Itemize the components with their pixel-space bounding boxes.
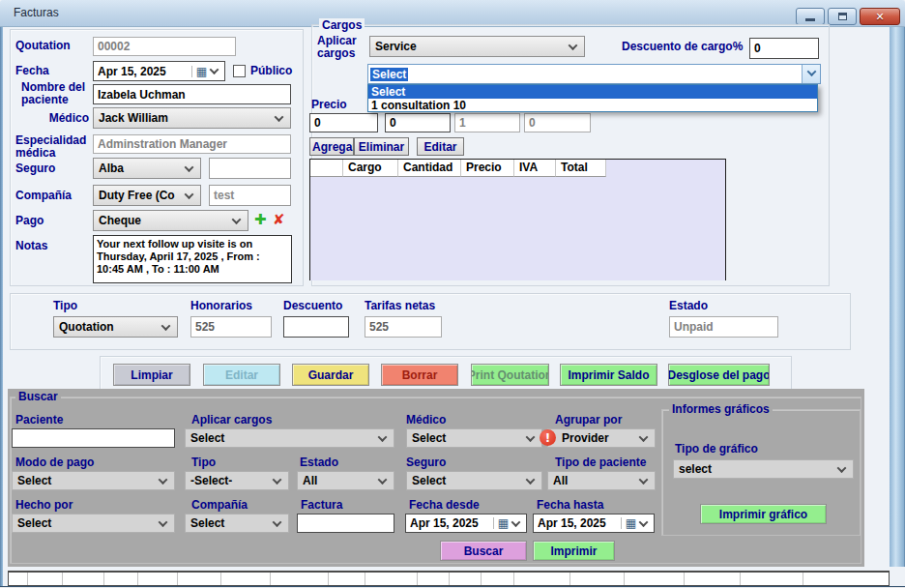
dropdown-option-consultation[interactable]: 1 consultation 10 [368, 99, 817, 112]
precio-field-1[interactable]: 0 [309, 113, 378, 132]
guardar-button[interactable]: Guardar [292, 364, 369, 386]
grid-header-cell[interactable]: Total [556, 160, 606, 177]
seguro-label: Seguro [15, 162, 55, 175]
results-grid-cell [329, 573, 365, 585]
pago-label: Pago [15, 214, 44, 227]
close-button[interactable]: ✕ [860, 8, 900, 25]
results-grid-cell [450, 573, 482, 585]
search-estado-label: Estado [300, 456, 338, 469]
compania-extra-field[interactable]: test [209, 185, 291, 206]
grid-header-cell[interactable]: Cantidad [398, 160, 461, 177]
fecha-datepicker[interactable]: Apr 15, 2025 ▦ [93, 61, 225, 81]
dropdown-option-select[interactable]: Select [368, 85, 817, 99]
grid-header-cell[interactable]: IVA [514, 160, 556, 177]
search-medico-dropdown[interactable]: Select [406, 428, 542, 448]
tipo-paciente-dropdown[interactable]: All [547, 471, 656, 490]
editar-action-button[interactable]: Editar [203, 364, 280, 386]
chevron-down-icon [639, 517, 649, 527]
buscar-button[interactable]: Buscar [440, 541, 527, 561]
chevron-down-icon [378, 432, 388, 442]
compania-dropdown[interactable]: Duty Free (Co [93, 185, 201, 206]
tipo-paciente-label: Tipo de paciente [555, 456, 646, 469]
imprimir-grafico-button[interactable]: Imprimir gráfico [700, 504, 827, 524]
tipo-grafico-label: Tipo de gráfico [675, 442, 758, 456]
notas-field[interactable]: Your next follow up visite is on Thursda… [93, 235, 292, 283]
eliminar-button[interactable]: Eliminar [354, 137, 409, 156]
limpiar-button[interactable]: Limpiar [113, 364, 190, 386]
desglose-pago-button[interactable]: Desglose del pago [668, 364, 770, 386]
qoutation-field: 00002 [93, 37, 236, 56]
search-estado-value: All [303, 474, 317, 487]
descuento-cargo-field[interactable]: 0 [749, 38, 819, 59]
search-compania-dropdown[interactable]: Select [185, 514, 289, 533]
chevron-down-icon [159, 517, 168, 527]
service-dropdown[interactable]: Service [369, 36, 585, 57]
agrupar-por-dropdown[interactable]: Provider [547, 428, 656, 448]
hecho-por-value: Select [17, 516, 51, 530]
tipo-grafico-dropdown[interactable]: select [673, 459, 854, 479]
results-grid-header[interactable] [8, 571, 890, 586]
window-titlebar[interactable]: Facturas [0, 0, 905, 27]
paciente-input[interactable] [12, 428, 175, 448]
results-grid-cell [271, 573, 329, 585]
search-estado-dropdown[interactable]: All [297, 471, 394, 490]
chevron-down-icon [837, 463, 847, 473]
patient-name-label: Nombre del paciente [21, 81, 93, 106]
notas-label: Notas [15, 239, 47, 252]
add-payment-icon[interactable]: ✚ [254, 212, 267, 227]
precio-label: Precio [311, 98, 347, 111]
tipo-dropdown[interactable]: Quotation [53, 316, 178, 338]
modo-pago-dropdown[interactable]: Select [12, 471, 175, 490]
imprimir-saldo-button[interactable]: Imprimir Saldo [560, 364, 657, 386]
chevron-down-icon [185, 190, 194, 199]
publico-checkbox[interactable] [233, 65, 246, 77]
calendar-icon: ▦ [493, 517, 509, 529]
precio-field-2[interactable]: 0 [385, 113, 451, 132]
cargo-combobox[interactable]: Select [367, 64, 821, 84]
hecho-por-dropdown[interactable]: Select [12, 514, 175, 533]
imprimir-button[interactable]: Imprimir [533, 541, 615, 561]
cargo-combobox-arrow[interactable] [802, 65, 820, 83]
cargos-grid-header: Cargo Cantidad Precio IVA Total [310, 160, 725, 177]
pago-dropdown[interactable]: Cheque [93, 210, 248, 231]
descuento-field[interactable] [283, 316, 349, 338]
fecha-desde-label: Fecha desde [409, 498, 480, 512]
search-compania-value: Select [190, 516, 224, 530]
qoutation-label: Qoutation [15, 39, 71, 52]
search-seguro-dropdown[interactable]: Select [406, 471, 542, 490]
seguro-dropdown[interactable]: Alba [93, 158, 201, 179]
medico-dropdown[interactable]: Jack William [93, 107, 291, 129]
chevron-down-icon [185, 162, 194, 172]
cargo-dropdown-list: Select 1 consultation 10 [367, 84, 818, 112]
maximize-icon [838, 13, 847, 20]
grid-header-cell[interactable]: Cargo [343, 160, 398, 177]
fecha-desde-datepicker[interactable]: Apr 15, 2025 ▦ [405, 514, 527, 533]
chevron-down-icon [526, 432, 536, 442]
search-tipo-dropdown[interactable]: -Select- [185, 471, 289, 490]
minimize-button[interactable] [796, 8, 825, 25]
borrar-button[interactable]: Borrar [381, 364, 458, 386]
cargos-title: Cargos [319, 18, 365, 32]
grid-header-cell[interactable]: Precio [461, 160, 514, 177]
editar-button[interactable]: Editar [417, 137, 464, 156]
agregar-button[interactable]: Agregar [309, 137, 354, 156]
remove-payment-icon[interactable]: ✘ [273, 212, 285, 227]
grid-header-filler [606, 160, 725, 177]
grid-header-cell[interactable] [310, 160, 343, 177]
descuento-cargo-label: Descuento de cargo% [622, 40, 743, 53]
results-grid-cell [138, 573, 178, 585]
chevron-down-icon [161, 321, 171, 331]
buscar-title: Buscar [15, 390, 61, 403]
search-aplicar-dropdown[interactable]: Select [185, 428, 394, 448]
tarifas-netas-label: Tarifas netas [365, 299, 435, 312]
chevron-down-icon [275, 112, 284, 122]
facturas-window: Facturas ✕ Qoutation 00002 Fecha Apr 15,… [0, 0, 905, 586]
patient-name-field[interactable]: Izabela Uchman [93, 84, 291, 104]
seguro-extra-field[interactable] [209, 158, 291, 179]
chevron-down-icon [639, 475, 649, 485]
chevron-down-icon [273, 517, 282, 527]
print-qoutation-button[interactable]: Print Qoutation [471, 364, 549, 386]
maximize-button[interactable] [828, 8, 857, 25]
fecha-hasta-datepicker[interactable]: Apr 15, 2025 ▦ [533, 514, 655, 533]
factura-input[interactable] [297, 514, 394, 533]
